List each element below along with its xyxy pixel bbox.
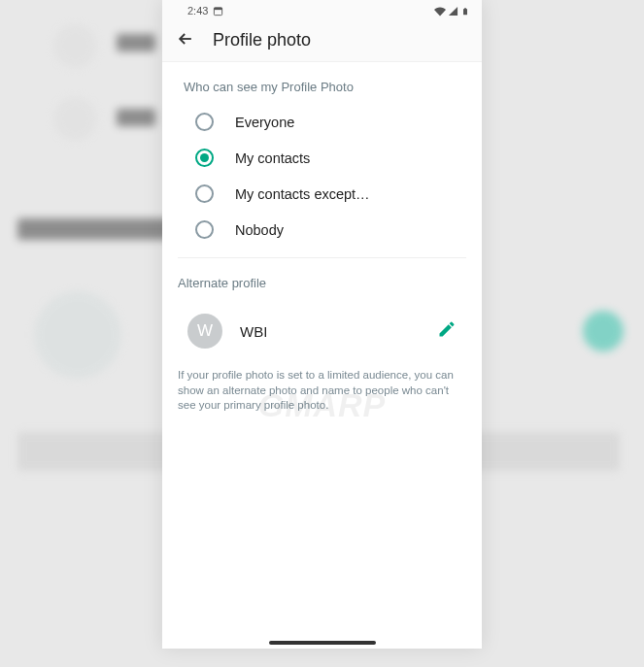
radio-label: My contacts xyxy=(235,150,310,166)
alternate-help-text: If your profile photo is set to a limite… xyxy=(162,362,482,423)
avatar: W xyxy=(187,314,222,349)
edit-button[interactable] xyxy=(433,316,460,347)
alternate-section-label: Alternate profile xyxy=(162,258,482,300)
app-bar: Profile photo xyxy=(162,19,482,62)
pencil-icon xyxy=(437,319,457,339)
calendar-icon xyxy=(213,6,223,17)
svg-rect-3 xyxy=(464,8,466,9)
phone-frame: 2:43 Profile photo Who can see my Profil… xyxy=(162,0,482,649)
radio-icon xyxy=(195,184,214,203)
radio-option-everyone[interactable]: Everyone xyxy=(162,104,482,140)
radio-option-nobody[interactable]: Nobody xyxy=(162,212,482,248)
avatar-initial: W xyxy=(197,321,213,341)
radio-icon xyxy=(195,149,214,167)
svg-rect-1 xyxy=(215,7,222,9)
radio-icon xyxy=(195,220,214,239)
status-bar: 2:43 xyxy=(162,0,482,19)
page-title: Profile photo xyxy=(213,30,311,50)
radio-option-my-contacts-except[interactable]: My contacts except… xyxy=(162,176,482,212)
content-area: Who can see my Profile Photo Everyone My… xyxy=(162,62,482,649)
alternate-profile-name: WBI xyxy=(240,323,416,340)
radio-label: Everyone xyxy=(235,115,294,130)
alternate-profile-row[interactable]: W WBI xyxy=(162,300,482,362)
nav-handle[interactable] xyxy=(269,641,376,645)
radio-label: Nobody xyxy=(235,222,284,238)
radio-label: My contacts except… xyxy=(235,186,370,202)
wifi-icon xyxy=(434,6,445,17)
radio-icon xyxy=(195,113,214,131)
battery-icon xyxy=(461,6,472,17)
signal-icon xyxy=(448,6,458,17)
status-time: 2:43 xyxy=(187,5,208,17)
back-button[interactable] xyxy=(176,29,195,52)
svg-rect-2 xyxy=(463,9,467,15)
radio-option-my-contacts[interactable]: My contacts xyxy=(162,140,482,176)
privacy-section-label: Who can see my Profile Photo xyxy=(162,62,482,104)
arrow-left-icon xyxy=(176,29,195,49)
